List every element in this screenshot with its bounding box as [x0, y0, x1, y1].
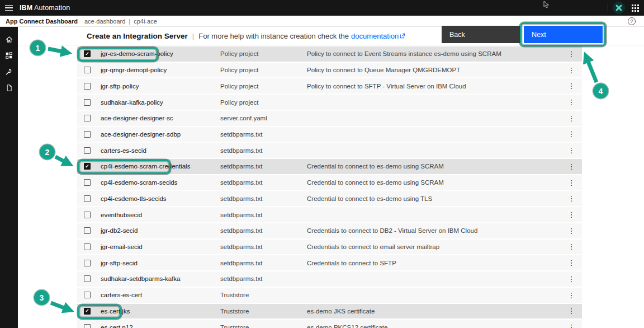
table-row[interactable]: ace-designer-designer-sdbp setdbparms.tx…	[77, 127, 582, 143]
row-checkbox[interactable]	[84, 195, 91, 202]
table-row[interactable]: carters-es-cert Truststore ⋮	[77, 288, 582, 304]
overflow-menu-icon[interactable]: ⋮	[561, 242, 582, 251]
row-name: cp4i-esdemo-scram-credentials	[101, 163, 220, 170]
row-type: Policy project	[220, 99, 307, 106]
row-checkbox[interactable]	[84, 324, 91, 328]
table-row[interactable]: jgr-qmgr-demopt-policy Policy project Po…	[77, 63, 582, 79]
row-checkbox[interactable]	[84, 115, 91, 121]
row-checkbox[interactable]	[84, 275, 91, 282]
overflow-menu-icon[interactable]: ⋮	[561, 179, 582, 187]
table-row[interactable]: es-cert.p12 Truststore es-demo PKCS12 ce…	[77, 320, 582, 328]
row-checkbox[interactable]	[84, 243, 91, 250]
app-switcher-icon[interactable]	[629, 2, 641, 13]
overflow-menu-icon[interactable]: ⋮	[561, 291, 582, 299]
checkmark-icon: ✓	[85, 164, 89, 169]
row-type: Policy project	[220, 83, 307, 90]
row-type: Truststore	[220, 292, 307, 298]
arrow-step4	[586, 56, 596, 82]
table-row[interactable]: sudhakar-setdbparms-kafka setdbparms.txt…	[77, 271, 582, 288]
row-name: carters-es-cert	[101, 292, 220, 298]
table-row[interactable]: jgr-sftp-secid setdbparms.txt Credential…	[77, 255, 582, 271]
overflow-menu-icon[interactable]: ⋮	[561, 130, 582, 138]
overflow-menu-icon[interactable]: ⋮	[561, 66, 582, 74]
table-row[interactable]: ✓ cp4i-esdemo-scram-credentials setdbpar…	[77, 159, 582, 175]
row-name: eventhubsecid	[101, 212, 220, 218]
row-checkbox[interactable]	[84, 99, 91, 106]
table-row[interactable]: ✓ es-cert.jks Truststore es-demo JKS cer…	[77, 304, 582, 320]
table-row[interactable]: eventhubsecid setdbparms.txt ⋮	[77, 207, 582, 223]
row-checkbox[interactable]	[84, 260, 91, 266]
breadcrumb-separator: |	[129, 18, 130, 25]
config-table: ✓ jgr-es-demo-scram-policy Policy projec…	[77, 46, 582, 328]
row-name: es-cert.p12	[101, 324, 220, 328]
overflow-menu-icon[interactable]: ⋮	[561, 275, 582, 283]
row-description: es-demo JKS certificate	[307, 308, 561, 315]
row-type: setdbparms.txt	[220, 260, 307, 266]
table-row[interactable]: carters-es-secid setdbparms.txt ⋮	[77, 143, 582, 159]
arrow-step2	[55, 157, 69, 164]
overflow-menu-icon[interactable]: ⋮	[561, 210, 582, 219]
document-icon[interactable]	[0, 82, 18, 93]
row-checkbox[interactable]	[84, 147, 91, 154]
row-checkbox[interactable]	[84, 227, 91, 234]
overflow-menu-icon[interactable]: ⋮	[561, 323, 582, 328]
table-row[interactable]: sudhakar-kafka-policy Policy project ⋮	[77, 95, 582, 111]
row-checkbox[interactable]	[84, 179, 91, 186]
overflow-menu-icon[interactable]: ⋮	[561, 98, 582, 106]
row-checkbox[interactable]	[84, 131, 91, 138]
breadcrumb-instance[interactable]: ace-dashboard	[84, 18, 125, 25]
table-row[interactable]: ✓ jgr-es-demo-scram-policy Policy projec…	[77, 46, 582, 63]
dashboard-icon[interactable]	[0, 50, 18, 61]
row-name: sudhakar-kafka-policy	[101, 99, 220, 106]
overflow-menu-icon[interactable]: ⋮	[561, 307, 582, 315]
breadcrumb-app[interactable]: App Connect Dashboard	[6, 18, 78, 25]
row-checkbox[interactable]	[84, 67, 91, 73]
documentation-link[interactable]: documentation	[351, 32, 399, 40]
row-checkbox[interactable]	[84, 83, 91, 90]
table-row[interactable]: ace-designer-designer-sc server.conf.yam…	[77, 111, 582, 127]
hamburger-menu-icon[interactable]	[0, 0, 18, 16]
overflow-menu-icon[interactable]: ⋮	[561, 194, 582, 203]
row-description: Policy to connect to Event Streams insta…	[307, 50, 561, 57]
brand-title: IBM Automation	[20, 4, 70, 12]
row-name: carters-es-secid	[101, 147, 220, 154]
overflow-menu-icon[interactable]: ⋮	[561, 82, 582, 90]
row-type: setdbparms.txt	[220, 227, 307, 234]
next-button[interactable]: Next	[524, 26, 603, 43]
tools-icon[interactable]	[0, 66, 18, 77]
close-icon[interactable]	[613, 2, 625, 14]
table-row[interactable]: jgr-sftp-policy Policy project Policy to…	[77, 78, 582, 95]
help-icon[interactable]: ?	[628, 17, 636, 25]
brand-name: Automation	[34, 4, 70, 12]
row-type: setdbparms.txt	[220, 147, 307, 154]
breadcrumb-namespace[interactable]: cp4i-ace	[134, 18, 157, 25]
row-name: ace-designer-designer-sdbp	[101, 131, 220, 138]
overflow-menu-icon[interactable]: ⋮	[561, 227, 582, 235]
back-button[interactable]: Back	[442, 26, 520, 43]
row-checkbox[interactable]: ✓	[84, 50, 91, 57]
row-name: es-cert.jks	[101, 308, 220, 315]
overflow-menu-icon[interactable]: ⋮	[561, 114, 582, 123]
overflow-menu-icon[interactable]: ⋮	[561, 162, 582, 171]
table-row[interactable]: cp4i-esdemo-tls-secids setdbparms.txt Cr…	[77, 191, 582, 207]
overflow-menu-icon[interactable]: ⋮	[561, 50, 582, 58]
table-row[interactable]: jgr-db2-secid setdbparms.txt Credentials…	[77, 223, 582, 240]
table-row[interactable]: jgr-email-secid setdbparms.txt Credentia…	[77, 240, 582, 256]
overflow-menu-icon[interactable]: ⋮	[561, 259, 582, 267]
overflow-menu-icon[interactable]: ⋮	[561, 146, 582, 154]
home-icon[interactable]	[0, 34, 18, 45]
row-description: Policy to connect to SFTP - Virtual Serv…	[307, 83, 561, 90]
row-type: setdbparms.txt	[220, 243, 307, 250]
row-type: Truststore	[220, 308, 307, 315]
step-badge-3: 3	[34, 290, 49, 305]
row-checkbox[interactable]: ✓	[84, 308, 91, 315]
row-checkbox[interactable]: ✓	[84, 163, 91, 170]
help-text: For more help with instance creation che…	[198, 32, 349, 40]
row-checkbox[interactable]	[84, 212, 91, 218]
table-row[interactable]: cp4i-esdemo-scram-secids setdbparms.txt …	[77, 175, 582, 191]
page-title: Create an Integration Server	[87, 32, 188, 40]
mouse-cursor	[543, 1, 550, 10]
step-badge-2: 2	[40, 144, 55, 160]
row-name: cp4i-esdemo-tls-secids	[101, 195, 220, 202]
row-checkbox[interactable]	[84, 292, 91, 298]
